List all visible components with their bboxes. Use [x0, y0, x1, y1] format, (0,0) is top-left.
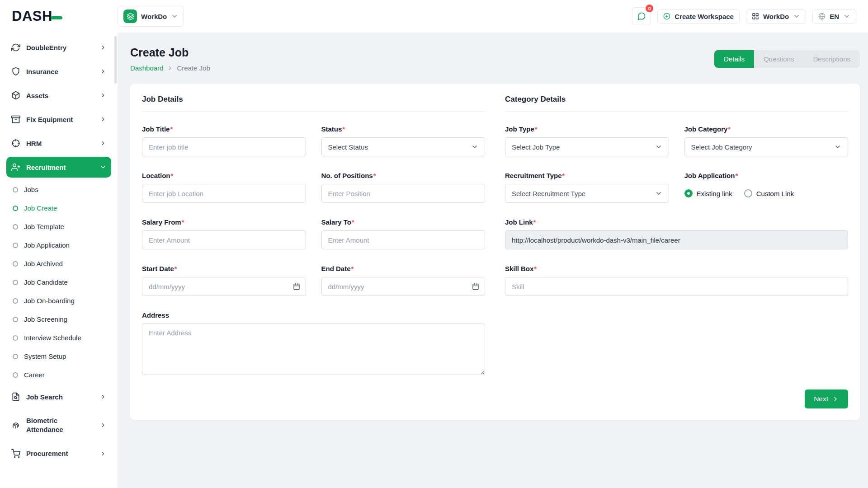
required-marker: *: [735, 172, 738, 179]
sidebar-subitem-job-archived[interactable]: Job Archived: [6, 255, 111, 272]
sidebar-item-recruitment[interactable]: Recruitment: [6, 157, 111, 178]
sidebar-item-label: Recruitment: [26, 164, 66, 171]
chat-button[interactable]: 0: [632, 7, 651, 25]
job-application-label: Job Application*: [684, 172, 849, 179]
calendar-icon[interactable]: [472, 283, 479, 290]
sidebar-subitem-job-application[interactable]: Job Application: [6, 236, 111, 254]
chat-icon: [637, 12, 646, 21]
custom-link-option[interactable]: Custom Link: [744, 189, 794, 197]
radio-option-label: Existing link: [697, 190, 732, 197]
page-title-block: Create Job Dashboard Create Job: [130, 46, 210, 72]
sidebar-subitem-job-candidate[interactable]: Job Candidate: [6, 273, 111, 291]
sidebar-subitem-job-screening[interactable]: Job Screening: [6, 310, 111, 328]
sidebar-item-procurement[interactable]: Procurement: [6, 443, 111, 464]
job-title-input[interactable]: [142, 137, 306, 156]
sidebar-subitem-career[interactable]: Career: [6, 366, 111, 384]
skill-input[interactable]: [505, 277, 848, 296]
end-date-input[interactable]: dd/mm/yyyy: [321, 277, 486, 296]
sidebar-subitem-label: Job Archived: [24, 260, 63, 267]
sidebar-subitem-system-setup[interactable]: System Setup: [6, 347, 111, 365]
double-entry-icon: [11, 43, 20, 52]
sidebar-subitem-interview-schedule[interactable]: Interview Schedule: [6, 329, 111, 347]
calendar-icon[interactable]: [293, 283, 300, 290]
job-link-field: Job Link*: [505, 218, 848, 249]
archive-icon: [11, 115, 20, 124]
sidebar-item-assets[interactable]: Assets: [6, 85, 111, 106]
workspace-switcher[interactable]: WorkDo: [118, 6, 184, 27]
bullet-ring-icon: [13, 206, 18, 211]
bullet-ring-icon: [13, 280, 18, 285]
salary-to-input[interactable]: [321, 230, 486, 249]
sidebar-item-biometric-attendance[interactable]: Biometric Attendance: [6, 410, 111, 440]
required-marker: *: [171, 172, 174, 179]
fingerprint-icon: [11, 421, 20, 430]
status-select[interactable]: Select Status: [321, 137, 486, 156]
tab-questions[interactable]: Questions: [754, 50, 804, 68]
salary-to-field: Salary To*: [321, 218, 486, 249]
radio-checked-icon[interactable]: [684, 189, 693, 197]
file-search-icon: [11, 392, 20, 401]
next-button-label: Next: [814, 395, 828, 403]
tab-details[interactable]: Details: [714, 50, 754, 68]
existing-link-option[interactable]: Existing link: [684, 189, 732, 197]
sidebar-subitem-jobs[interactable]: Jobs: [6, 181, 111, 198]
user-plus-icon: [11, 163, 20, 172]
address-label: Address: [142, 311, 485, 319]
date-placeholder: dd/mm/yyyy: [149, 283, 185, 291]
sidebar-subitem-job-create[interactable]: Job Create: [6, 199, 111, 217]
job-link-input[interactable]: [505, 230, 848, 249]
sidebar-item-hrm[interactable]: HRM: [6, 133, 111, 154]
chevron-right-icon: [832, 395, 839, 403]
salary-from-input[interactable]: [142, 230, 306, 249]
job-link-label: Job Link*: [505, 218, 848, 226]
bullet-ring-icon: [13, 298, 18, 304]
recruitment-submenu: Jobs Job Create Job Template Job Applica…: [6, 181, 111, 384]
shield-icon: [11, 67, 20, 76]
chevron-right-icon: [100, 116, 106, 122]
required-marker: *: [342, 125, 345, 133]
language-selector[interactable]: EN: [812, 9, 856, 24]
job-type-select[interactable]: Select Job Type: [505, 137, 669, 156]
sidebar-scrollbar[interactable]: [114, 36, 117, 84]
location-field: Location*: [142, 172, 306, 203]
sidebar-item-fix-equipment[interactable]: Fix Equipment: [6, 109, 111, 130]
breadcrumb-dashboard-link[interactable]: Dashboard: [130, 64, 163, 72]
sidebar-subitem-label: Job Candidate: [24, 278, 68, 286]
step-tabs: Details Questions Descriptions: [714, 50, 860, 68]
sidebar-subitem-label: Job Application: [24, 241, 70, 249]
required-marker: *: [352, 218, 354, 226]
job-category-select[interactable]: Select Job Category: [684, 137, 849, 156]
breadcrumb: Dashboard Create Job: [130, 64, 210, 72]
sidebar-item-label: Job Search: [26, 393, 63, 401]
breadcrumb-current: Create Job: [177, 64, 210, 72]
required-marker: *: [351, 265, 354, 272]
sidebar: DoubleEntry Insurance Assets Fix Equipme…: [0, 33, 118, 488]
next-button[interactable]: Next: [805, 389, 848, 408]
location-input[interactable]: [142, 184, 306, 203]
chevron-down-icon: [655, 190, 662, 197]
main-content: Create Job Dashboard Create Job Details …: [118, 0, 868, 420]
job-application-field: Job Application* Existing link Custom Li…: [684, 172, 849, 203]
sidebar-item-job-search[interactable]: Job Search: [6, 386, 111, 407]
sidebar-subitem-job-template[interactable]: Job Template: [6, 218, 111, 235]
sidebar-item-insurance[interactable]: Insurance: [6, 61, 111, 82]
sidebar-item-doubleentry[interactable]: DoubleEntry: [6, 37, 111, 58]
chat-badge: 0: [646, 5, 653, 12]
apps-menu-button[interactable]: WorkDo: [746, 9, 806, 24]
app-logo[interactable]: DASH: [12, 8, 118, 24]
sidebar-subitem-label: Job On-boarding: [24, 297, 75, 305]
radio-unchecked-icon[interactable]: [744, 189, 752, 197]
sidebar-subitem-job-onboarding[interactable]: Job On-boarding: [6, 292, 111, 310]
create-workspace-button[interactable]: Create Workspace: [657, 9, 740, 24]
start-date-input[interactable]: dd/mm/yyyy: [142, 277, 306, 296]
bullet-ring-icon: [13, 335, 18, 341]
category-details-section: Category Details Job Type* Select Job Ty…: [505, 84, 848, 377]
address-textarea[interactable]: [142, 324, 485, 375]
positions-input[interactable]: [321, 184, 486, 203]
page-header-row: Create Job Dashboard Create Job Details …: [130, 46, 860, 72]
logo-dash-accent: [51, 16, 62, 19]
recruitment-type-select[interactable]: Select Recruitment Type: [505, 184, 669, 203]
chevron-down-icon: [834, 143, 841, 150]
tab-descriptions[interactable]: Descriptions: [803, 50, 860, 68]
chevron-right-icon: [167, 65, 173, 71]
